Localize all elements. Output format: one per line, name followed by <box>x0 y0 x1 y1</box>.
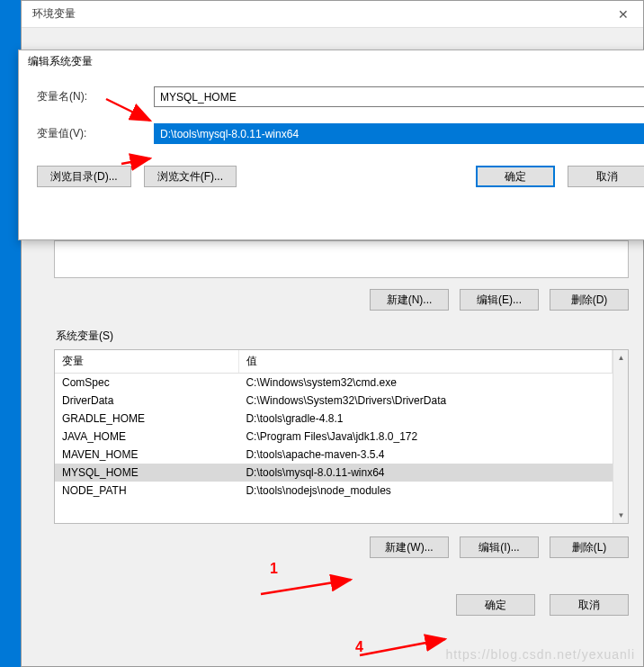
var-value-row: 变量值(V): <box>37 123 644 144</box>
var-value-label: 变量值(V): <box>37 126 154 141</box>
outer-footer-buttons: 确定 取消 <box>54 594 629 616</box>
watermark: https://blog.csdn.net/yexuanli <box>445 647 635 662</box>
scroll-down-icon[interactable]: ▼ <box>613 508 629 523</box>
browse-dir-button[interactable]: 浏览目录(D)... <box>37 166 131 187</box>
table-row[interactable]: DriverDataC:\Windows\System32\Drivers\Dr… <box>55 392 613 410</box>
annotation-1: 1 <box>270 561 278 577</box>
sysvar-value: C:\Windows\System32\Drivers\DriverData <box>238 392 612 410</box>
sysvar-delete-button[interactable]: 删除(L) <box>550 536 629 558</box>
sysvar-value: D:\tools\mysql-8.0.11-winx64 <box>238 464 612 482</box>
sysvar-name: ComSpec <box>55 374 238 392</box>
sysvar-name: NODE_PATH <box>55 482 238 500</box>
sysvar-value: D:\tools\nodejs\node_modules <box>238 482 612 500</box>
env-vars-dialog: 环境变量 ✕ 编辑系统变量 › 变量名(N): 变量值(V): 浏览目录(D).… <box>21 0 644 667</box>
scroll-up-icon[interactable]: ▲ <box>613 350 629 365</box>
annotation-4: 4 <box>355 639 363 655</box>
sysvar-name: MYSQL_HOME <box>55 464 238 482</box>
sysvar-value: C:\Windows\system32\cmd.exe <box>238 374 612 392</box>
sysvars-header-val[interactable]: 值 <box>238 350 612 374</box>
user-vars-listbox[interactable] <box>54 240 629 278</box>
sysvars-table: 变量 值 ComSpecC:\Windows\system32\cmd.exeD… <box>55 350 613 500</box>
sysvar-value: D:\tools\apache-maven-3.5.4 <box>238 446 612 464</box>
sysvars-header-var[interactable]: 变量 <box>55 350 238 374</box>
sysvar-name: MAVEN_HOME <box>55 446 238 464</box>
edit-dialog-title: 编辑系统变量 <box>28 55 93 68</box>
table-row[interactable]: MYSQL_HOMED:\tools\mysql-8.0.11-winx64 <box>55 464 613 482</box>
table-row[interactable]: GRADLE_HOMED:\tools\gradle-4.8.1 <box>55 410 613 428</box>
sysvar-value: D:\tools\gradle-4.8.1 <box>238 410 612 428</box>
edit-dialog-title-bar: 编辑系统变量 › <box>19 50 644 70</box>
table-row[interactable]: JAVA_HOMEC:\Program Files\Java\jdk1.8.0_… <box>55 428 613 446</box>
sysvar-name: GRADLE_HOME <box>55 410 238 428</box>
close-icon[interactable]: ✕ <box>603 1 643 28</box>
edit-sysvar-dialog: 编辑系统变量 › 变量名(N): 变量值(V): 浏览目录(D)... 浏览文件… <box>18 50 644 240</box>
edit-dialog-buttons: 浏览目录(D)... 浏览文件(F)... 确定 取消 <box>37 166 644 187</box>
edit-ok-button[interactable]: 确定 <box>476 166 555 187</box>
outer-ok-button[interactable]: 确定 <box>456 594 535 616</box>
outer-cancel-button[interactable]: 取消 <box>550 594 629 616</box>
var-value-input[interactable] <box>154 123 644 144</box>
table-row[interactable]: ComSpecC:\Windows\system32\cmd.exe <box>55 374 613 392</box>
table-row[interactable]: MAVEN_HOMED:\tools\apache-maven-3.5.4 <box>55 446 613 464</box>
sysvar-name: JAVA_HOME <box>55 428 238 446</box>
var-name-input[interactable] <box>154 86 644 107</box>
user-vars-buttons: 新建(N)... 编辑(E)... 删除(D) <box>54 289 629 311</box>
sysvar-edit-button[interactable]: 编辑(I)... <box>460 536 539 558</box>
outer-title-bar: 环境变量 ✕ <box>22 1 643 28</box>
uservar-new-button[interactable]: 新建(N)... <box>370 289 449 311</box>
uservar-edit-button[interactable]: 编辑(E)... <box>460 289 539 311</box>
sysvar-name: DriverData <box>55 392 238 410</box>
sysvars-buttons: 新建(W)... 编辑(I)... 删除(L) <box>54 536 629 558</box>
var-name-row: 变量名(N): <box>37 86 644 107</box>
outer-title: 环境变量 <box>32 6 76 22</box>
scrollbar[interactable]: ▲ ▼ <box>613 350 628 523</box>
outer-content: 新建(N)... 编辑(E)... 删除(D) 系统变量(S) 变量 值 Com… <box>40 240 643 666</box>
table-row[interactable]: NODE_PATHD:\tools\nodejs\node_modules <box>55 482 613 500</box>
sysvar-new-button[interactable]: 新建(W)... <box>370 536 449 558</box>
uservar-delete-button[interactable]: 删除(D) <box>550 289 629 311</box>
edit-cancel-button[interactable]: 取消 <box>568 166 644 187</box>
var-name-label: 变量名(N): <box>37 89 154 104</box>
sysvars-section-label: 系统变量(S) <box>56 329 643 344</box>
browse-file-button[interactable]: 浏览文件(F)... <box>144 166 237 187</box>
sysvar-value: C:\Program Files\Java\jdk1.8.0_172 <box>238 428 612 446</box>
sysvars-listbox[interactable]: 变量 值 ComSpecC:\Windows\system32\cmd.exeD… <box>54 349 629 524</box>
